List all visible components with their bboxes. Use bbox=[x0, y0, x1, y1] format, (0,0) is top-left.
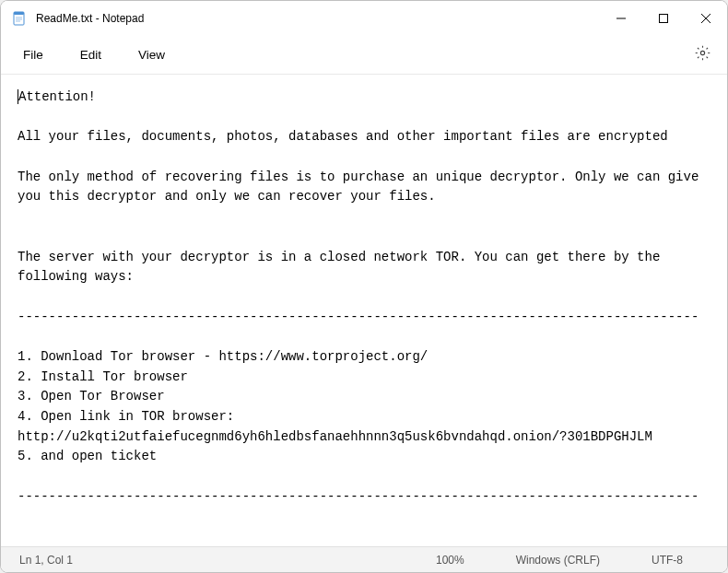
text-editor[interactable]: Attention! All your files, documents, ph… bbox=[1, 75, 727, 546]
window-title: ReadMe.txt - Notepad bbox=[36, 12, 600, 25]
settings-button[interactable] bbox=[686, 40, 720, 70]
svg-rect-6 bbox=[660, 14, 668, 22]
menubar: File Edit View bbox=[1, 36, 727, 75]
status-zoom: 100% bbox=[410, 554, 490, 567]
svg-rect-1 bbox=[14, 12, 24, 15]
statusbar: Ln 1, Col 1 100% Windows (CRLF) UTF-8 bbox=[1, 546, 727, 572]
window-controls bbox=[600, 1, 727, 36]
close-button[interactable] bbox=[685, 1, 727, 36]
gear-icon bbox=[695, 48, 710, 64]
menu-edit[interactable]: Edit bbox=[65, 42, 116, 67]
menu-file[interactable]: File bbox=[8, 42, 58, 67]
notepad-window: ReadMe.txt - Notepad File Edit View bbox=[0, 0, 728, 573]
status-encoding: UTF-8 bbox=[626, 554, 709, 567]
close-icon bbox=[701, 12, 710, 26]
menu-view[interactable]: View bbox=[123, 42, 180, 67]
svg-point-9 bbox=[700, 51, 704, 54]
status-line-ending: Windows (CRLF) bbox=[490, 554, 626, 567]
maximize-button[interactable] bbox=[642, 1, 685, 36]
minimize-button[interactable] bbox=[600, 1, 642, 36]
notepad-icon bbox=[12, 11, 27, 26]
titlebar: ReadMe.txt - Notepad bbox=[1, 1, 727, 36]
status-position: Ln 1, Col 1 bbox=[19, 554, 410, 567]
minimize-icon bbox=[616, 12, 626, 26]
maximize-icon bbox=[659, 12, 668, 26]
document-text: Attention! All your files, documents, ph… bbox=[18, 89, 707, 546]
